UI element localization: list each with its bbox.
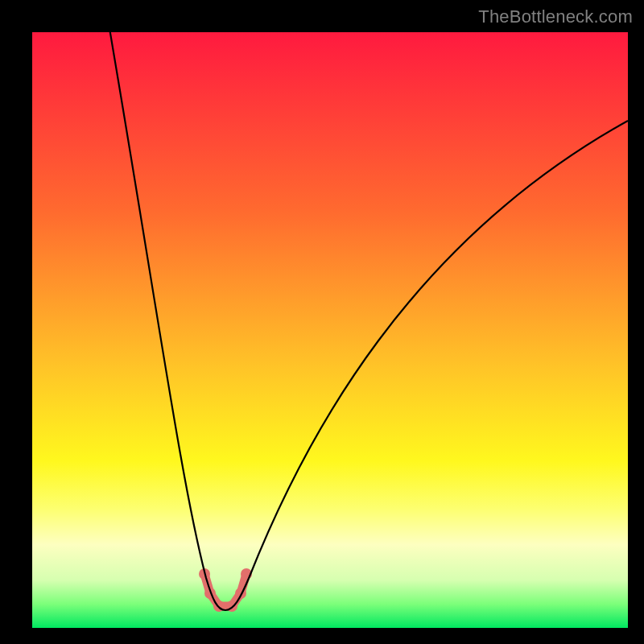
watermark-text: TheBottleneck.com xyxy=(478,6,633,27)
plot-area xyxy=(32,32,628,628)
bottleneck-curve-layer xyxy=(32,32,628,628)
bottleneck-curve xyxy=(105,32,628,610)
chart-frame: TheBottleneck.com xyxy=(0,0,644,644)
